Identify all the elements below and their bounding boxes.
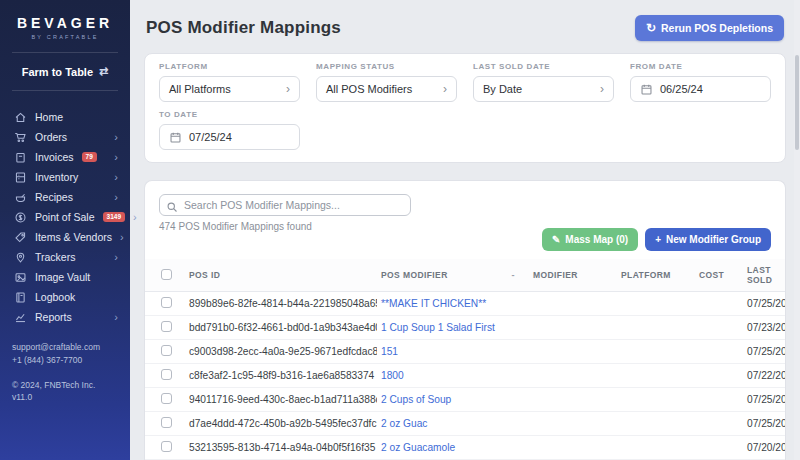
row-checkbox[interactable] [161,297,172,308]
pos-modifier-link[interactable]: **MAKE IT CHICKEN** [377,292,529,316]
platform-cell [617,292,695,316]
support-email[interactable]: support@craftable.com [12,341,118,354]
pos-id-cell: 899b89e6-82fe-4814-b44a-221985048a65 [185,292,377,316]
sidebar-nav: Home Orders › Invoices 79 › Inventory › … [0,107,130,327]
column-pos-modifier[interactable]: - POS MODIFIER [377,259,529,292]
last-sold-cell: 07/25/2024 [743,340,785,364]
divider [12,90,118,91]
chevron-right-icon: › [114,252,118,263]
platform-cell [617,364,695,388]
pos-id-cell: 53213595-813b-4714-a94a-04b0f5f16f35 [185,436,377,460]
calendar-icon [169,131,182,144]
sidebar-item-reports[interactable]: Reports › [0,307,130,327]
cost-cell [695,292,743,316]
brand-subtitle: BY CRAFTABLE [0,34,130,40]
org-name: Farm to Table [22,66,93,78]
sidebar-item-trackers[interactable]: Trackers › [0,247,130,267]
rerun-pos-depletions-button[interactable]: ↻ Rerun POS Depletions [635,15,784,41]
row-checkbox[interactable] [161,345,172,356]
pos-modifier-link[interactable]: 2 oz Guac [377,412,529,436]
from-date-input[interactable]: 06/25/24 [630,76,771,102]
sidebar-item-image-vault[interactable]: Image Vault [0,267,130,287]
refresh-icon: ↻ [646,22,656,34]
to-date-label: TO DATE [159,110,300,119]
sidebar-item-inventory[interactable]: Inventory › [0,167,130,187]
chevron-right-icon: › [443,82,447,96]
sidebar-item-logbook[interactable]: Logbook [0,287,130,307]
mappings-table: POS ID - POS MODIFIER MODIFIER PLATFORM … [145,259,785,460]
platform-select[interactable]: All Platforms › [159,76,300,102]
sidebar-item-label: Inventory [35,171,78,183]
pos-modifier-link[interactable]: 1800 [377,364,529,388]
mapping-status-select[interactable]: All POS Modifiers › [316,76,457,102]
column-modifier[interactable]: MODIFIER [529,259,617,292]
new-modifier-group-button[interactable]: + New Modifier Group [645,228,771,251]
recipes-icon [14,191,27,204]
chart-icon [14,311,27,324]
sidebar-item-label: Trackers [35,251,75,263]
row-checkbox[interactable] [161,417,172,428]
modifier-cell [529,412,617,436]
sidebar-item-items-vendors[interactable]: Items & Vendors › [0,227,130,247]
sidebar-item-point-of-sale[interactable]: Point of Sale 3149 › [0,207,130,227]
modifier-cell [529,316,617,340]
pos-id-cell: c8fe3af2-1c95-48f9-b316-1ae6a8583374 [185,364,377,388]
from-date-label: FROM DATE [630,62,771,71]
pos-modifier-link[interactable]: 2 oz Guacamole [377,436,529,460]
pos-modifier-link[interactable]: 2 Cups of Soup [377,388,529,412]
column-cost[interactable]: COST [695,259,743,292]
sidebar-item-invoices[interactable]: Invoices 79 › [0,147,130,167]
platform-label: PLATFORM [159,62,300,71]
scrollbar[interactable] [794,0,800,460]
search-input[interactable] [159,194,411,216]
cost-cell [695,316,743,340]
platform-cell [617,316,695,340]
filter-platform: PLATFORM All Platforms › [159,62,300,102]
pos-id-cell: c9003d98-2ecc-4a0a-9e25-9671edfcdac8 [185,340,377,364]
sidebar-footer: support@craftable.com +1 (844) 367-7700 … [0,341,130,404]
row-checkbox[interactable] [161,393,172,404]
platform-cell [617,412,695,436]
table-row: bdd791b0-6f32-4661-bd0d-1a9b343ae4d0 1 C… [145,316,785,340]
image-icon [14,271,27,284]
swap-icon: ⇄ [99,65,108,78]
cost-cell [695,436,743,460]
table-row: 94011716-9eed-430c-8aec-b1ad711a388c 2 C… [145,388,785,412]
sidebar-item-recipes[interactable]: Recipes › [0,187,130,207]
mass-map-button[interactable]: ✎ Mass Map (0) [542,228,638,251]
column-pos-id[interactable]: POS ID [185,259,377,292]
sort-indicator[interactable]: - [512,270,515,280]
table-row: c8fe3af2-1c95-48f9-b316-1ae6a8583374 180… [145,364,785,388]
sidebar-item-orders[interactable]: Orders › [0,127,130,147]
select-all-checkbox[interactable] [161,269,172,280]
sidebar-item-home[interactable]: Home [0,107,130,127]
pos-modifier-link[interactable]: 1 Cup Soup 1 Salad First [377,316,529,340]
book-icon [14,291,27,304]
row-checkbox[interactable] [161,441,172,452]
modifier-cell [529,436,617,460]
last-sold-cell: 07/25/2024 [743,292,785,316]
mappings-panel: 474 POS Modifier Mappings found ✎ Mass M… [144,180,786,460]
page-title: POS Modifier Mappings [146,18,341,38]
column-platform[interactable]: PLATFORM [617,259,695,292]
support-phone: +1 (844) 367-7700 [12,354,118,367]
table-row: 899b89e6-82fe-4814-b44a-221985048a65 **M… [145,292,785,316]
home-icon [14,111,27,124]
last-sold-date-select[interactable]: By Date › [473,76,614,102]
cost-cell [695,412,743,436]
platform-cell [617,388,695,412]
pos-modifier-link[interactable]: 151 [377,340,529,364]
page-header: POS Modifier Mappings ↻ Rerun POS Deplet… [130,0,800,53]
count-badge: 3149 [103,212,125,223]
divider [12,52,118,53]
column-last-sold[interactable]: LAST SOLD [743,259,785,292]
inventory-icon [14,171,27,184]
org-switcher[interactable]: Farm to Table ⇄ [0,65,130,78]
cost-cell [695,364,743,388]
main-content: POS Modifier Mappings ↻ Rerun POS Deplet… [130,0,800,460]
last-sold-cell: 07/20/2024 [743,436,785,460]
row-checkbox[interactable] [161,321,172,332]
scrollbar-thumb[interactable] [795,55,799,150]
to-date-input[interactable]: 07/25/24 [159,124,300,150]
row-checkbox[interactable] [161,369,172,380]
